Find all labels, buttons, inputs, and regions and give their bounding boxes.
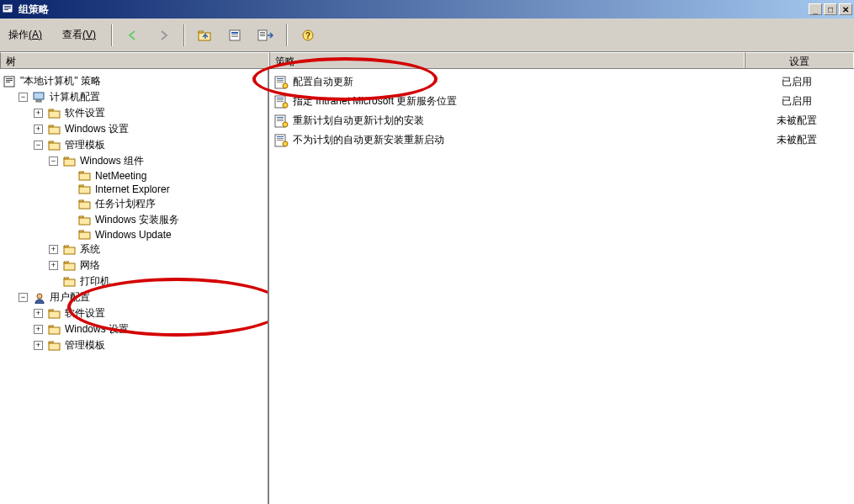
expand-icon[interactable]: + bbox=[34, 325, 43, 334]
svg-rect-16 bbox=[6, 78, 13, 79]
folder-icon bbox=[48, 340, 61, 352]
collapse-icon[interactable]: − bbox=[19, 293, 28, 302]
forward-button[interactable] bbox=[153, 25, 173, 45]
policy-name: 重新计划自动更新计划的安装 bbox=[293, 114, 745, 128]
svg-rect-17 bbox=[6, 80, 13, 81]
svg-rect-48 bbox=[277, 117, 284, 118]
policy-list-pane: 配置自动更新已启用指定 Intranet Microsoft 更新服务位置已启用… bbox=[269, 69, 854, 504]
column-policy-header[interactable]: 策略 bbox=[269, 52, 745, 68]
tree-netmeeting[interactable]: NetMeeting bbox=[64, 170, 266, 182]
tree-software-settings-2[interactable]: + 软件设置 bbox=[34, 306, 266, 321]
svg-rect-27 bbox=[79, 202, 90, 209]
network-label: 网络 bbox=[80, 258, 100, 273]
svg-point-41 bbox=[283, 83, 288, 88]
menu-view[interactable]: 查看(V) bbox=[57, 26, 101, 44]
policy-setting: 已启用 bbox=[745, 75, 849, 89]
system-label: 系统 bbox=[80, 242, 100, 257]
folder-icon bbox=[78, 183, 92, 195]
computer-config-label: 计算机配置 bbox=[50, 90, 100, 104]
tree-user-config[interactable]: − 用户配置 bbox=[19, 290, 266, 305]
svg-rect-10 bbox=[260, 32, 265, 33]
collapse-icon[interactable]: − bbox=[49, 157, 58, 166]
toolbar-separator-2 bbox=[183, 24, 185, 46]
up-folder-button[interactable] bbox=[195, 25, 215, 45]
svg-rect-21 bbox=[49, 111, 60, 118]
folder-icon bbox=[48, 324, 61, 336]
svg-rect-31 bbox=[64, 263, 75, 270]
properties-button[interactable] bbox=[225, 25, 246, 45]
menu-action[interactable]: 操作(A) bbox=[3, 26, 47, 44]
folder-icon bbox=[63, 244, 77, 256]
computer-icon bbox=[33, 92, 46, 103]
tree-network[interactable]: + 网络 bbox=[49, 258, 266, 273]
folder-icon bbox=[48, 108, 61, 119]
app-icon bbox=[2, 3, 15, 16]
policy-setting: 未被配置 bbox=[745, 133, 849, 147]
policy-setting: 未被配置 bbox=[745, 114, 849, 128]
menubar: 操作(A) 查看(V) ? bbox=[0, 19, 854, 52]
svg-rect-8 bbox=[231, 36, 238, 37]
svg-rect-54 bbox=[277, 138, 284, 139]
expand-icon[interactable]: + bbox=[34, 125, 43, 134]
column-setting-header[interactable]: 设置 bbox=[745, 52, 854, 68]
expand-icon[interactable]: + bbox=[34, 109, 43, 118]
tree-admin-templates[interactable]: − 管理模板 bbox=[34, 138, 266, 152]
no-expand-icon bbox=[64, 172, 73, 181]
tree-system[interactable]: + 系统 bbox=[49, 242, 266, 257]
software-settings-label: 软件设置 bbox=[65, 106, 105, 120]
column-header-row: 树 策略 设置 bbox=[0, 52, 854, 69]
expand-icon[interactable]: + bbox=[34, 309, 43, 318]
export-list-button[interactable] bbox=[256, 25, 276, 45]
svg-rect-39 bbox=[277, 80, 284, 81]
expand-icon[interactable]: + bbox=[49, 261, 58, 270]
tree-windows-settings-2[interactable]: + Windows 设置 bbox=[34, 322, 266, 337]
svg-rect-44 bbox=[277, 99, 284, 100]
expand-icon[interactable]: + bbox=[34, 341, 43, 350]
policy-row[interactable]: 指定 Intranet Microsoft 更新服务位置已启用 bbox=[269, 92, 854, 111]
svg-rect-53 bbox=[277, 136, 284, 137]
policy-item-icon bbox=[274, 134, 289, 147]
policy-row[interactable]: 重新计划自动更新计划的安装未被配置 bbox=[269, 111, 854, 130]
policy-row[interactable]: 配置自动更新已启用 bbox=[269, 72, 854, 92]
tree-windows-components[interactable]: − Windows 组件 bbox=[49, 154, 266, 168]
column-tree-header[interactable]: 树 bbox=[0, 52, 269, 68]
svg-rect-35 bbox=[49, 327, 60, 334]
expand-icon[interactable]: + bbox=[49, 245, 58, 254]
no-expand-icon bbox=[64, 199, 73, 209]
tree-software-settings[interactable]: + 软件设置 bbox=[34, 106, 266, 120]
menu-view-hotkey: (V) bbox=[82, 29, 96, 40]
admin-templates-2-label: 管理模板 bbox=[65, 338, 105, 353]
collapse-icon[interactable]: − bbox=[19, 93, 28, 102]
toolbar-separator-3 bbox=[286, 24, 288, 46]
tree-task-scheduler[interactable]: 任务计划程序 bbox=[64, 197, 266, 211]
back-button[interactable] bbox=[123, 25, 143, 45]
tree-computer-config[interactable]: − 计算机配置 bbox=[19, 90, 266, 104]
svg-rect-55 bbox=[277, 140, 284, 141]
svg-point-46 bbox=[283, 103, 288, 108]
svg-rect-11 bbox=[260, 34, 265, 34]
maximize-button[interactable]: □ bbox=[824, 3, 837, 15]
menu-action-label: 操作 bbox=[8, 29, 29, 40]
tree-admin-templates-2[interactable]: + 管理模板 bbox=[34, 338, 266, 353]
svg-point-56 bbox=[283, 141, 288, 146]
svg-rect-50 bbox=[277, 120, 284, 121]
folder-icon bbox=[78, 215, 92, 226]
software-settings-2-label: 软件设置 bbox=[65, 306, 105, 321]
tree-windows-installer[interactable]: Windows 安装服务 bbox=[64, 213, 266, 227]
tree-windows-update[interactable]: Windows Update bbox=[64, 229, 266, 241]
minimize-button[interactable]: _ bbox=[809, 3, 822, 15]
collapse-icon[interactable]: − bbox=[34, 141, 43, 150]
tree-windows-settings[interactable]: + Windows 设置 bbox=[34, 122, 266, 136]
tree-printers[interactable]: 打印机 bbox=[49, 274, 266, 289]
no-expand-icon bbox=[49, 277, 58, 286]
help-button[interactable]: ? bbox=[298, 25, 318, 45]
svg-point-51 bbox=[283, 122, 288, 127]
tree-ie[interactable]: Internet Explorer bbox=[64, 183, 266, 195]
window-title: 组策略 bbox=[19, 3, 809, 17]
windows-settings-2-label: Windows 设置 bbox=[65, 322, 129, 337]
tree-root[interactable]: "本地计算机" 策略 bbox=[3, 74, 266, 88]
policy-row[interactable]: 不为计划的自动更新安装重新启动未被配置 bbox=[269, 130, 854, 150]
svg-rect-2 bbox=[4, 8, 11, 8]
close-button[interactable]: ✕ bbox=[839, 3, 852, 15]
svg-point-33 bbox=[37, 294, 42, 299]
